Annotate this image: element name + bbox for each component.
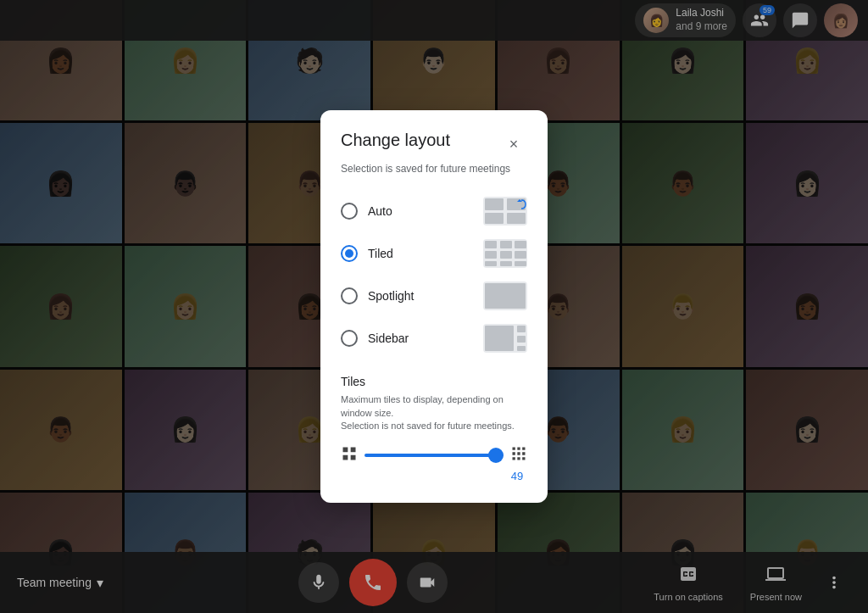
radio-tiled[interactable] (341, 245, 358, 262)
svg-rect-11 (485, 261, 497, 266)
tiles-section: Tiles Maximum tiles to display, dependin… (341, 375, 527, 482)
svg-rect-15 (485, 326, 514, 351)
svg-rect-16 (517, 326, 526, 332)
svg-rect-18 (517, 346, 526, 351)
layout-option-auto[interactable]: Auto (341, 190, 527, 232)
auto-label: Auto (368, 204, 392, 218)
radio-tiled-inner (345, 249, 353, 258)
modal-title: Change layout (341, 131, 450, 150)
svg-rect-7 (515, 241, 526, 248)
layout-option-tiled[interactable]: Tiled (341, 232, 527, 275)
close-button[interactable]: × (500, 131, 527, 158)
svg-rect-17 (517, 336, 526, 343)
svg-rect-6 (500, 241, 512, 248)
svg-rect-3 (507, 213, 526, 224)
slider-row (341, 445, 527, 466)
radio-sidebar[interactable] (341, 330, 358, 347)
layout-option-sidebar[interactable]: Sidebar (341, 317, 527, 359)
tiles-value: 49 (507, 470, 527, 482)
layout-option-spotlight[interactable]: Spotlight (341, 275, 527, 317)
layout-options: Auto (341, 190, 527, 359)
svg-rect-8 (485, 251, 497, 259)
svg-rect-9 (500, 251, 512, 259)
spotlight-icon (483, 281, 527, 310)
grid-small-icon (341, 445, 358, 466)
modal-overlay: Change layout × Selection is saved for f… (0, 0, 868, 613)
modal-subtitle: Selection is saved for future meetings (341, 163, 527, 175)
sidebar-label: Sidebar (368, 332, 409, 345)
auto-icon (483, 197, 527, 226)
tiled-label: Tiled (368, 247, 393, 260)
sidebar-icon (483, 324, 527, 353)
tiles-desc: Maximum tiles to display, depending on w… (341, 393, 527, 432)
spotlight-label: Spotlight (368, 289, 414, 303)
radio-spotlight[interactable] (341, 287, 358, 304)
tiles-slider-wrapper (364, 447, 504, 464)
svg-rect-13 (515, 261, 526, 266)
grid-large-icon (510, 445, 527, 466)
svg-rect-5 (485, 241, 497, 248)
change-layout-modal: Change layout × Selection is saved for f… (320, 110, 548, 502)
tiles-slider[interactable] (364, 454, 504, 457)
svg-rect-12 (500, 261, 512, 266)
svg-rect-2 (485, 213, 504, 224)
svg-rect-0 (485, 198, 504, 210)
tiles-title: Tiles (341, 375, 527, 388)
svg-rect-14 (485, 283, 526, 309)
radio-auto[interactable] (341, 203, 358, 220)
modal-header: Change layout × (341, 131, 527, 158)
svg-rect-10 (515, 251, 526, 259)
tiled-icon (483, 239, 527, 268)
